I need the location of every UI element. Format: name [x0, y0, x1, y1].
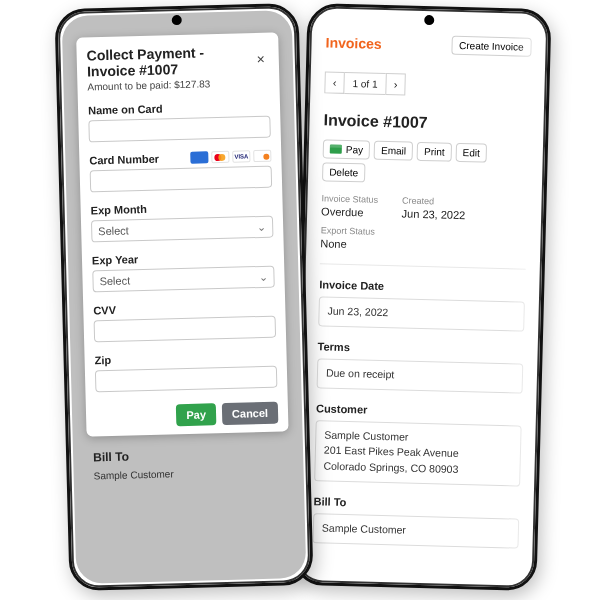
customer-box: Sample Customer 201 East Pikes Peak Aven…: [314, 420, 522, 487]
phone-right-screen: Invoices Create Invoice ‹ 1 of 1 › Invoi…: [300, 10, 545, 584]
exp-month-value: Select: [98, 224, 129, 237]
bill-to-line: Sample Customer: [94, 465, 284, 481]
mastercard-icon: [211, 151, 229, 163]
amount-to-be-paid: Amount to be paid: $127.83: [87, 77, 269, 93]
exp-year-select[interactable]: Select ⌄: [92, 266, 275, 293]
pay-action-button[interactable]: Pay: [323, 139, 371, 159]
page-title: Invoices: [325, 34, 381, 51]
accepted-cards: VISA: [190, 150, 271, 164]
pager: ‹ 1 of 1 ›: [324, 71, 531, 98]
cancel-button[interactable]: Cancel: [222, 402, 279, 425]
card-icon: [330, 145, 342, 154]
chevron-down-icon: ⌄: [257, 220, 266, 233]
pager-prev-button[interactable]: ‹: [324, 71, 345, 94]
exp-month-select[interactable]: Select ⌄: [91, 216, 274, 243]
close-icon[interactable]: ×: [252, 49, 269, 69]
pager-status: 1 of 1: [344, 72, 386, 95]
card-number-input[interactable]: [90, 166, 273, 193]
discover-icon: [253, 150, 271, 162]
bill-to-label: Bill To: [313, 495, 519, 512]
created-value: Jun 23, 2022: [402, 207, 466, 221]
email-action-button[interactable]: Email: [374, 141, 413, 161]
print-action-button[interactable]: Print: [417, 142, 452, 162]
terms-value: Due on receipt: [326, 366, 395, 380]
backdrop-content: Bill To Sample Customer: [85, 431, 292, 483]
zip-input[interactable]: [95, 366, 278, 393]
invoice-date-value: Jun 23, 2022: [327, 305, 388, 319]
create-invoice-button[interactable]: Create Invoice: [451, 36, 532, 57]
visa-icon: VISA: [232, 150, 250, 162]
bill-to-heading: Bill To: [93, 445, 283, 464]
terms-label: Terms: [318, 340, 524, 357]
name-on-card-input[interactable]: [88, 116, 271, 143]
chevron-down-icon: ⌄: [258, 270, 267, 283]
pay-button[interactable]: Pay: [176, 403, 216, 426]
delete-action-button[interactable]: Delete: [322, 162, 365, 182]
exp-month-label: Exp Month: [91, 200, 273, 217]
invoice-date-label: Invoice Date: [319, 278, 525, 295]
name-on-card-label: Name on Card: [88, 100, 270, 117]
amex-icon: [190, 151, 208, 163]
zip-label: Zip: [94, 350, 276, 367]
cvv-input[interactable]: [94, 316, 277, 343]
exp-year-label: Exp Year: [92, 250, 274, 267]
card-number-label: Card Number: [89, 153, 159, 167]
invoice-date-box: Jun 23, 2022: [318, 296, 525, 331]
cvv-label: CVV: [93, 300, 275, 317]
collect-payment-modal: Collect Payment - Invoice #1007 × Amount…: [76, 32, 288, 436]
pay-action-label: Pay: [346, 144, 364, 155]
divider: [320, 263, 526, 269]
bill-to-box: Sample Customer: [313, 513, 520, 548]
edit-action-button[interactable]: Edit: [455, 143, 487, 163]
invoice-status-label: Invoice Status: [321, 193, 378, 204]
customer-label: Customer: [316, 402, 522, 419]
invoice-title: Invoice #1007: [323, 111, 529, 134]
pager-next-button[interactable]: ›: [385, 73, 406, 96]
phone-left-screen: Collect Payment - Invoice #1007 × Amount…: [62, 10, 307, 584]
phone-left: Collect Payment - Invoice #1007 × Amount…: [54, 3, 313, 591]
modal-title: Collect Payment - Invoice #1007: [86, 43, 253, 79]
invoice-actions: Pay Email Print Edit Delete: [322, 139, 529, 186]
bill-to-line: Sample Customer: [322, 520, 510, 541]
phone-right: Invoices Create Invoice ‹ 1 of 1 › Invoi…: [292, 3, 551, 591]
invoice-status-value: Overdue: [321, 205, 378, 218]
exp-year-value: Select: [99, 274, 130, 287]
created-label: Created: [402, 195, 466, 207]
terms-box: Due on receipt: [317, 358, 524, 393]
